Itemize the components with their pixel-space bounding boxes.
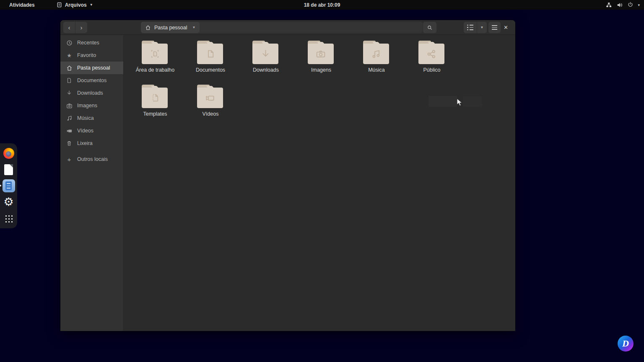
folder-label: Público: [423, 67, 441, 73]
document-emblem: [205, 48, 216, 59]
volume-icon: [616, 2, 623, 8]
music-icon: [66, 115, 73, 122]
files-icon: [3, 179, 15, 192]
libreoffice-icon: [4, 164, 13, 175]
view-toggle-group: ▼: [464, 22, 487, 33]
location-button[interactable]: Pasta pessoal ▼: [141, 22, 200, 33]
folder-downloads[interactable]: Downloads: [238, 41, 293, 85]
folder-documentos[interactable]: Documentos: [183, 41, 238, 85]
search-button[interactable]: [423, 22, 436, 33]
network-wired-icon: [605, 2, 612, 8]
ghost-highlight: [428, 96, 457, 107]
running-indicator-dot: [0, 185, 1, 186]
hamburger-menu-button[interactable]: [488, 22, 501, 33]
dock-item-app-grid[interactable]: [3, 212, 15, 225]
app-grid-icon: [5, 215, 13, 222]
sidebar-item-outros-locais[interactable]: + Outros locais: [60, 153, 123, 165]
folder-label: Downloads: [253, 67, 279, 73]
sidebar-item-lixeira[interactable]: Lixeira: [60, 137, 123, 150]
view-options-button[interactable]: ▼: [477, 22, 487, 33]
dock-item-settings[interactable]: ⚙: [3, 196, 15, 208]
system-tray[interactable]: ▾: [605, 0, 640, 10]
folder-templates[interactable]: Templates: [127, 85, 183, 129]
sidebar-item-imagens[interactable]: Imagens: [60, 99, 123, 112]
video-emblem: [204, 92, 216, 104]
path-bar: Pasta pessoal ▼: [141, 22, 423, 33]
close-button[interactable]: ✕: [500, 22, 512, 33]
home-icon: [66, 65, 73, 71]
search-icon: [427, 25, 433, 31]
headerbar: ‹ › Pasta pessoal ▼: [60, 20, 515, 35]
sidebar-item-label: Lixeira: [77, 140, 93, 146]
gear-icon: ⚙: [3, 197, 13, 208]
sidebar-item-documentos[interactable]: Documentos: [60, 74, 123, 87]
sidebar-item-downloads[interactable]: Downloads: [60, 87, 123, 99]
folder-videos[interactable]: Vídeos: [183, 85, 238, 129]
sidebar-item-recentes[interactable]: Recentes: [60, 36, 123, 49]
list-view-icon: [467, 25, 473, 31]
sidebar-item-label: Imagens: [77, 103, 97, 109]
folder-label: Vídeos: [203, 111, 219, 117]
download-icon: [66, 90, 73, 96]
folder-icon: [197, 85, 224, 108]
sidebar: Recentes ★ Favorito Pasta pessoal Docume…: [60, 35, 124, 331]
folder-area-de-trabalho[interactable]: Área de trabalho: [127, 41, 183, 85]
camera-icon: [66, 103, 73, 109]
mouse-cursor: [457, 98, 464, 107]
folder-icon: [252, 41, 279, 64]
sidebar-item-label: Pasta pessoal: [77, 65, 110, 71]
camera-emblem: [315, 48, 327, 60]
list-view-button[interactable]: [464, 22, 477, 33]
chevron-down-icon: ▼: [480, 26, 484, 29]
video-icon: [66, 128, 73, 134]
sidebar-item-videos[interactable]: Vídeos: [60, 124, 123, 137]
forward-button[interactable]: ›: [75, 22, 87, 33]
chevron-down-icon: ▾: [638, 3, 640, 7]
folder-label: Templates: [143, 111, 167, 117]
back-button[interactable]: ‹: [63, 22, 75, 33]
sidebar-item-label: Outros locais: [77, 156, 108, 162]
sidebar-item-label: Música: [77, 115, 94, 121]
music-emblem: [370, 48, 382, 60]
folder-icon: [142, 41, 169, 64]
folder-icon: [197, 41, 224, 64]
download-emblem: [260, 48, 271, 59]
folder-label: Área de trabalho: [136, 67, 174, 73]
firefox-icon: [3, 148, 14, 159]
star-icon: ★: [66, 53, 73, 58]
hamburger-icon: [492, 25, 497, 30]
sidebar-item-label: Favorito: [77, 52, 96, 58]
trash-icon: [66, 140, 73, 146]
desktop-emblem: [149, 48, 161, 59]
folder-musica[interactable]: Música: [349, 41, 404, 85]
logo-letter: D: [622, 338, 629, 349]
dock: ⚙: [0, 143, 17, 228]
share-emblem: [426, 48, 437, 60]
folder-label: Documentos: [196, 67, 225, 73]
template-emblem: [149, 92, 161, 103]
folder-icon: [418, 41, 445, 64]
folder-publico[interactable]: Público: [404, 41, 460, 85]
folder-label: Música: [368, 67, 385, 73]
dock-item-firefox[interactable]: [3, 147, 15, 160]
home-icon: [145, 25, 151, 31]
dock-item-libreoffice[interactable]: [3, 163, 15, 176]
plus-icon: +: [66, 156, 73, 163]
folder-label: Imagens: [311, 67, 331, 73]
sidebar-item-favorito[interactable]: ★ Favorito: [60, 49, 123, 62]
sidebar-item-pasta-pessoal[interactable]: Pasta pessoal: [60, 62, 123, 74]
folder-icon: [142, 85, 169, 108]
ghost-highlight: [463, 96, 482, 107]
folder-imagens[interactable]: Imagens: [293, 41, 349, 85]
sidebar-item-label: Documentos: [77, 78, 106, 83]
sidebar-item-label: Vídeos: [77, 128, 93, 134]
files-window: ‹ › Pasta pessoal ▼: [60, 20, 515, 331]
clock[interactable]: 18 de abr 10:09: [0, 2, 644, 8]
clock-icon: [66, 40, 73, 46]
dock-item-files[interactable]: [3, 180, 15, 192]
sidebar-item-musica[interactable]: Música: [60, 112, 123, 124]
sidebar-item-label: Downloads: [77, 90, 103, 96]
power-icon: [627, 2, 634, 8]
sidebar-item-label: Recentes: [77, 40, 99, 46]
chevron-down-icon: ▼: [192, 26, 196, 29]
